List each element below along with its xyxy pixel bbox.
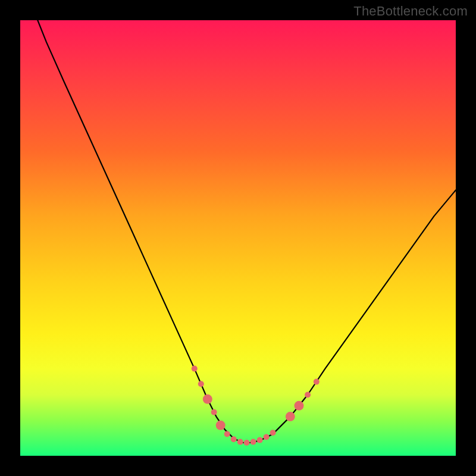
highlight-dot (231, 436, 237, 442)
highlight-dot (286, 412, 295, 421)
highlight-dot (264, 434, 270, 440)
highlight-dot (270, 430, 276, 436)
plot-area (20, 20, 456, 456)
highlight-dot (250, 439, 256, 445)
chart-container: TheBottleneck.com (0, 0, 476, 476)
highlight-dot (224, 431, 230, 437)
highlight-dot (203, 394, 212, 404)
highlight-dot (314, 379, 320, 385)
attribution-text: TheBottleneck.com (353, 4, 468, 19)
highlight-dot (237, 439, 243, 445)
highlight-dot (257, 437, 263, 443)
highlight-dot (192, 366, 198, 372)
highlight-dot (211, 409, 217, 415)
highlight-dot (198, 381, 204, 387)
curve-svg (20, 20, 456, 456)
highlight-dot (216, 421, 226, 430)
highlight-dot (244, 440, 250, 446)
highlight-dot (305, 392, 311, 398)
highlight-dot (295, 401, 304, 411)
bottleneck-curve (37, 20, 456, 443)
